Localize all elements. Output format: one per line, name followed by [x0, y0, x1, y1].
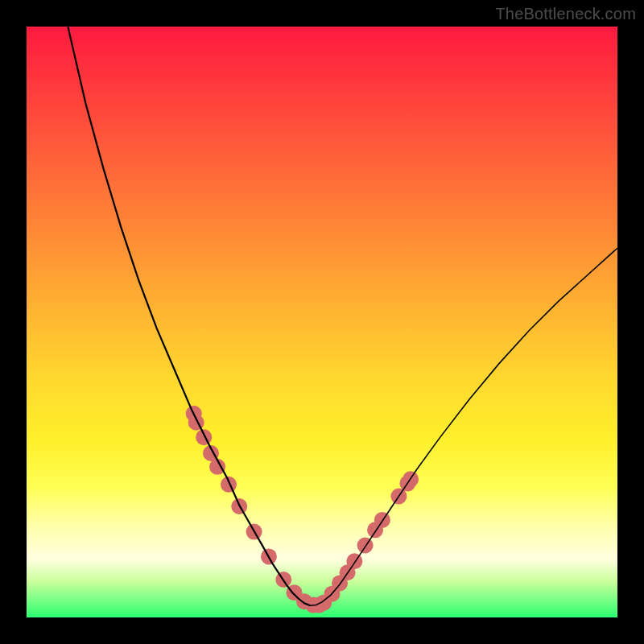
chart-frame: TheBottleneck.com	[0, 0, 644, 644]
chart-svg	[27, 27, 617, 617]
right-curve	[310, 248, 617, 605]
scatter-point	[196, 429, 212, 445]
watermark-text: TheBottleneck.com	[495, 5, 636, 23]
scatter-point	[221, 477, 237, 493]
scatter-point	[188, 415, 204, 431]
scatter-point	[357, 537, 374, 553]
plot-area	[27, 27, 617, 617]
scatter-point	[346, 553, 362, 569]
left-curve	[68, 27, 310, 605]
scatter-point	[374, 512, 390, 528]
scatter-markers	[186, 406, 419, 613]
